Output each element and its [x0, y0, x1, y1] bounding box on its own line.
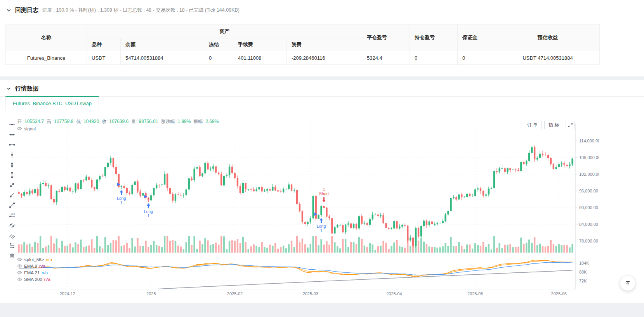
fullscreen-icon — [568, 123, 573, 128]
collapse-icon[interactable] — [6, 86, 11, 91]
tool-vertical-segment-button[interactable] — [8, 172, 16, 178]
cell-balance: 54714.00531884 — [121, 51, 204, 65]
indicator-legend-row: <plot_56>n/a — [17, 256, 52, 263]
svg-text:1: 1 — [120, 200, 123, 205]
eye-icon[interactable] — [17, 270, 22, 275]
cell-est-profit: USDT 4714.00531884 — [496, 51, 600, 65]
svg-text:2025-02: 2025-02 — [227, 291, 243, 296]
price-line-icon: 123 — [9, 212, 15, 218]
svg-text:88K: 88K — [579, 270, 587, 274]
ohlc-item: 收=107639.6 — [102, 119, 128, 124]
cell-funding: -209.28460116 — [287, 51, 362, 65]
cell-position-pnl: 0 — [410, 51, 458, 65]
backtest-log-section: 回测日志 进度 : 100.0 % - 耗时(秒) : 1.309 秒 - 日志… — [0, 0, 644, 76]
col-header-name: 名称 — [6, 24, 87, 51]
signal-label: signal — [24, 126, 36, 131]
diagonal-segment-icon — [9, 202, 15, 208]
ohlc-item: 振幅=2.69% — [193, 119, 219, 124]
tool-trend-line-button[interactable] — [8, 182, 16, 188]
cell-name: Futures_Binance — [6, 51, 87, 65]
col-header-position-pnl: 持仓盈亏 — [410, 24, 458, 51]
candlestick-chart[interactable]: 114,000.00108,000.00102,000.0096,000.009… — [5, 114, 599, 301]
collapse-icon[interactable] — [6, 8, 11, 13]
tool-delete-button[interactable] — [8, 253, 16, 259]
indicator-legends: <plot_56>n/aEMA 9n/aEMA 21n/aSMA 200n/a — [17, 256, 52, 282]
ohlc-legend: 开=105534.7高=107759.8低=104920收=107639.6量=… — [17, 118, 221, 125]
section-title-market-data: 行情数据 — [15, 85, 38, 92]
svg-text:2025: 2025 — [146, 291, 156, 296]
delete-icon — [9, 253, 15, 259]
indicators-button[interactable]: 指标 — [544, 121, 563, 129]
ohlc-item: 开=105534.7 — [17, 119, 44, 124]
tool-three-lines-button[interactable] — [8, 232, 16, 239]
svg-text:102,000.00: 102,000.00 — [579, 172, 599, 177]
ohlc-item: 高=107759.8 — [47, 119, 73, 124]
cell-currency: USDT — [87, 51, 121, 65]
chart-buttons: 订单 指标 — [523, 121, 575, 129]
indicator-name: EMA 9 — [24, 264, 37, 268]
tab-bar: Futures_Binance.BTC_USDT.swap — [0, 96, 644, 111]
tool-horizontal-ray-button[interactable] — [8, 132, 16, 138]
cell-closed-pnl: 5324.4 — [362, 51, 410, 65]
orders-button[interactable]: 订单 — [523, 121, 542, 129]
trend-line-icon — [9, 182, 15, 188]
tab-symbol[interactable]: Futures_Binance.BTC_USDT.swap — [5, 96, 99, 111]
cell-margin: 0 — [458, 51, 496, 65]
horizontal-ray-icon — [9, 132, 15, 138]
svg-text:2025-04: 2025-04 — [386, 291, 402, 296]
svg-text:1: 1 — [320, 228, 323, 233]
indicator-legend-row: EMA 21n/a — [17, 269, 52, 276]
svg-text:2025-03: 2025-03 — [303, 291, 318, 296]
svg-text:90,000.00: 90,000.00 — [579, 205, 598, 210]
svg-text:114,000.00: 114,000.00 — [579, 139, 599, 143]
svg-text:72K: 72K — [579, 279, 587, 283]
asset-table: 名称 资产 平仓盈亏 持仓盈亏 保证金 预估收益 品种 余额 冻结 手续费 资费… — [5, 24, 600, 65]
col-header-balance: 余额 — [121, 38, 204, 51]
indicator-name: EMA 21 — [24, 270, 40, 275]
svg-text:104K: 104K — [579, 261, 589, 265]
indicator-value: n/a — [39, 264, 45, 268]
tool-horizontal-line-button[interactable] — [8, 121, 16, 128]
svg-text:96,000.00: 96,000.00 — [579, 189, 598, 193]
parallel-lines-icon — [9, 222, 15, 229]
tool-fib-lines-button[interactable] — [8, 243, 16, 249]
fib-lines-icon — [9, 243, 15, 249]
tool-price-line-button[interactable]: 123 — [8, 212, 16, 218]
tool-diagonal-ray-button[interactable] — [8, 192, 16, 198]
fullscreen-button[interactable] — [566, 121, 575, 129]
diagonal-ray-icon — [9, 192, 15, 198]
signal-legend: signal — [17, 126, 36, 131]
svg-text:84,000.00: 84,000.00 — [579, 222, 598, 227]
indicator-name: SMA 200 — [24, 277, 42, 282]
ohlc-item: 涨跌幅=1.99% — [161, 119, 191, 124]
eye-icon[interactable] — [17, 277, 22, 282]
backtest-meta: 进度 : 100.0 % - 耗时(秒) : 1.309 秒 - 日志总数 : … — [42, 7, 240, 14]
indicator-name: <plot_56> — [24, 257, 44, 262]
tool-diagonal-segment-button[interactable] — [8, 202, 16, 208]
col-header-closed-pnl: 平仓盈亏 — [362, 24, 410, 51]
col-header-fee: 手续费 — [233, 38, 287, 51]
col-group-assets: 资产 — [87, 24, 362, 38]
section-title-backtest-log: 回测日志 — [15, 7, 38, 14]
back-to-top-button[interactable] — [620, 276, 635, 291]
cell-fee: 401.11008 — [233, 51, 287, 65]
tool-horizontal-segment-button[interactable] — [8, 142, 16, 148]
table-row: Futures_Binance USDT 54714.00531884 0 40… — [6, 51, 600, 65]
eye-icon[interactable] — [17, 263, 22, 268]
cell-frozen: 0 — [204, 51, 233, 65]
col-header-margin: 保证金 — [458, 24, 496, 51]
vertical-line-icon — [9, 152, 15, 158]
svg-text:78,000.00: 78,000.00 — [579, 239, 598, 243]
indicator-value: n/a — [44, 277, 50, 282]
col-header-frozen: 冻结 — [204, 38, 233, 51]
vertical-segment-icon — [9, 172, 15, 178]
vertical-ray-icon — [9, 162, 15, 168]
tool-vertical-ray-button[interactable] — [8, 162, 16, 168]
svg-text:2025-06: 2025-06 — [551, 291, 567, 296]
tool-parallel-lines-button[interactable] — [8, 222, 16, 229]
ohlc-item: 量=98756.01 — [131, 119, 158, 124]
tool-vertical-line-button[interactable] — [8, 152, 16, 158]
indicator-value: n/a — [46, 257, 52, 262]
svg-text:2024-12: 2024-12 — [60, 291, 75, 296]
svg-text:1: 1 — [147, 213, 149, 218]
